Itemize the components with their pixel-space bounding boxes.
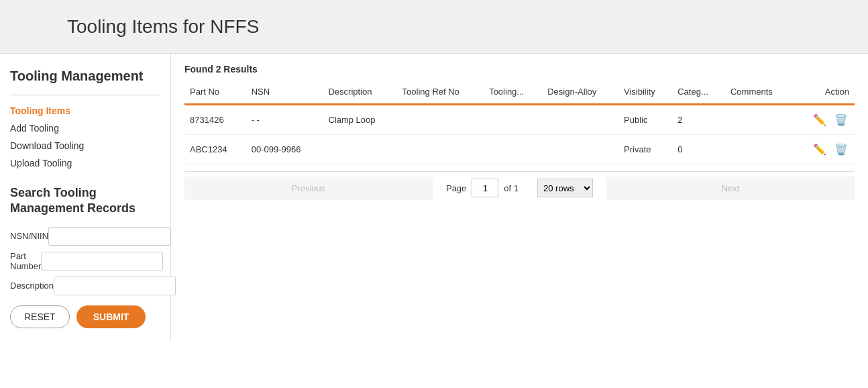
search-buttons: RESET SUBMIT (10, 305, 160, 328)
col-tooling: Tooling... (484, 80, 542, 105)
of-label: of 1 (504, 183, 519, 193)
previous-button[interactable]: Previous (184, 177, 433, 200)
edit-button-0[interactable]: ✏️ (812, 112, 828, 128)
sidebar-divider (10, 95, 160, 95)
main-layout: Tooling Management Tooling Items Add Too… (0, 54, 868, 342)
cell-1-0: ABC1234 (184, 135, 246, 164)
sidebar-item-upload-tooling[interactable]: Upload Tooling (10, 154, 160, 172)
cell-1-6: Private (618, 135, 672, 164)
nsn-niin-label: NSN/NIIN (10, 231, 48, 241)
reset-button[interactable]: RESET (10, 305, 70, 328)
table-row: ABC123400-099-9966Private0 ✏️ 🗑️ (184, 135, 855, 164)
cell-0-8 (725, 105, 793, 135)
cell-1-8 (725, 135, 793, 164)
description-field: Description (10, 277, 160, 295)
delete-button-1[interactable]: 🗑️ (833, 142, 849, 157)
edit-button-1[interactable]: ✏️ (812, 142, 828, 157)
cell-0-2: Clamp Loop (323, 105, 396, 135)
cell-1-5 (542, 135, 618, 164)
cell-1-2 (323, 135, 396, 164)
col-comments: Comments (725, 80, 793, 105)
table-row: 8731426- -Clamp LoopPublic2 ✏️ 🗑️ (184, 105, 855, 135)
page-title: Tooling Items for NFFS (67, 16, 259, 38)
nsn-niin-field: NSN/NIIN (10, 227, 160, 246)
rows-select-container: 20 rows 50 rows 100 rows (537, 179, 593, 197)
part-number-label: Part Number (10, 251, 41, 271)
col-description: Description (323, 80, 396, 105)
sidebar-title: Tooling Management (10, 67, 160, 85)
cell-0-4 (484, 105, 542, 135)
content-area: Found 2 Results Part No NSN Description … (171, 54, 868, 342)
sidebar-nav: Tooling Items Add Tooling Download Tooli… (10, 102, 160, 172)
cell-0-6: Public (618, 105, 672, 135)
description-input[interactable] (54, 277, 176, 295)
cell-0-0: 8731426 (184, 105, 246, 135)
next-button[interactable]: Next (606, 177, 855, 200)
nsn-niin-input[interactable] (48, 227, 170, 246)
sidebar-item-download-tooling[interactable]: Download Tooling (10, 137, 160, 154)
description-label: Description (10, 281, 54, 291)
col-action: Action (793, 80, 855, 105)
delete-button-0[interactable]: 🗑️ (833, 112, 849, 128)
part-number-input[interactable] (41, 252, 163, 271)
cell-1-1: 00-099-9966 (246, 135, 323, 164)
pagination: Previous Page of 1 20 rows 50 rows 100 r… (184, 171, 855, 204)
pagination-center: Page of 1 20 rows 50 rows 100 rows (433, 172, 606, 204)
col-design-alloy: Design-Alloy (542, 80, 618, 105)
rows-select[interactable]: 20 rows 50 rows 100 rows (537, 179, 593, 197)
submit-button[interactable]: SUBMIT (76, 305, 146, 328)
page-input[interactable] (472, 179, 498, 197)
cell-0-7: 2 (672, 105, 725, 135)
cell-1-3 (397, 135, 484, 164)
page-label: Page (446, 183, 466, 193)
sidebar-item-add-tooling[interactable]: Add Tooling (10, 119, 160, 137)
col-tooling-ref-no: Tooling Ref No (397, 80, 484, 105)
search-section: Search Tooling Management Records NSN/NI… (10, 185, 160, 328)
cell-0-5 (542, 105, 618, 135)
cell-action-1: ✏️ 🗑️ (793, 135, 855, 164)
sidebar-item-tooling-items[interactable]: Tooling Items (10, 102, 160, 119)
col-part-no: Part No (184, 80, 246, 105)
page-header: Tooling Items for NFFS (0, 0, 868, 54)
cell-action-0: ✏️ 🗑️ (793, 105, 855, 135)
col-visibility: Visibility (618, 80, 672, 105)
col-categ: Categ... (672, 80, 725, 105)
part-number-field: Part Number (10, 251, 160, 271)
cell-0-3 (397, 105, 484, 135)
table-header-row: Part No NSN Description Tooling Ref No T… (184, 80, 855, 105)
search-section-title: Search Tooling Management Records (10, 185, 160, 217)
sidebar: Tooling Management Tooling Items Add Too… (0, 54, 171, 342)
results-header: Found 2 Results (184, 64, 855, 75)
cell-0-1: - - (246, 105, 323, 135)
col-nsn: NSN (246, 80, 323, 105)
cell-1-4 (484, 135, 542, 164)
cell-1-7: 0 (672, 135, 725, 164)
data-table: Part No NSN Description Tooling Ref No T… (184, 80, 855, 164)
